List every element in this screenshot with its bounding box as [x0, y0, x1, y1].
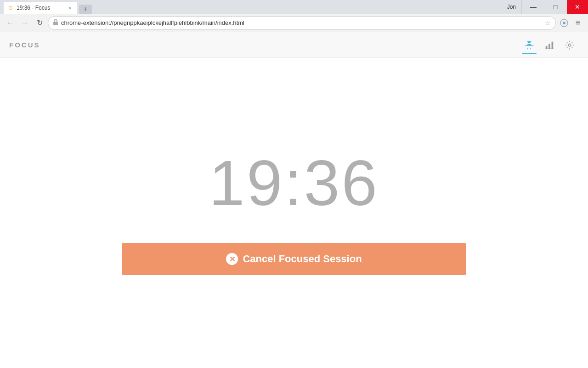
back-button[interactable]: ← — [4, 17, 17, 29]
address-lock-icon — [53, 19, 58, 27]
svg-line-7 — [527, 48, 528, 49]
back-icon: ← — [6, 19, 14, 27]
window-frame: ⊙ 19:36 - Focus × + Jon — □ ✕ ← — [0, 0, 588, 368]
nav-timer-button[interactable] — [520, 36, 538, 54]
window-controls: Jon — □ ✕ — [502, 0, 588, 14]
app-logo: FOCUS — [9, 41, 40, 49]
title-bar: ⊙ 19:36 - Focus × + Jon — □ ✕ — [0, 0, 588, 14]
svg-line-8 — [531, 48, 531, 49]
reload-button[interactable]: ↻ — [33, 17, 46, 29]
settings-nav-icon — [565, 40, 575, 50]
minimize-button[interactable]: — — [523, 0, 544, 14]
main-area: 19:36 ✕ Cancel Focused Session — [0, 58, 588, 368]
browser-tab[interactable]: ⊙ 19:36 - Focus × — [4, 2, 77, 14]
nav-extras: ≡ — [558, 17, 584, 29]
app-nav — [520, 36, 579, 54]
menu-icon: ≡ — [576, 18, 581, 28]
svg-point-4 — [527, 41, 531, 42]
bookmark-star-icon[interactable]: ☆ — [545, 19, 551, 27]
tab-favicon-icon: ⊙ — [7, 5, 14, 11]
minimize-icon: — — [530, 3, 537, 11]
timer-display: 19:36 — [209, 151, 379, 215]
new-tab-button[interactable]: + — [79, 5, 92, 14]
close-button[interactable]: ✕ — [567, 0, 588, 14]
menu-button[interactable]: ≡ — [571, 17, 584, 29]
svg-rect-11 — [552, 41, 554, 49]
browser-chrome: ← → ↻ ☆ — [0, 14, 588, 32]
maximize-button[interactable]: □ — [545, 0, 566, 14]
maximize-icon: □ — [554, 3, 557, 11]
svg-point-2 — [563, 22, 565, 24]
reload-icon: ↻ — [37, 18, 43, 27]
tab-title: 19:36 - Focus — [17, 5, 63, 11]
svg-rect-9 — [546, 46, 548, 48]
address-bar-input[interactable] — [61, 19, 542, 26]
app-header: FOCUS — [0, 32, 588, 58]
tab-close-button[interactable]: × — [66, 4, 74, 12]
forward-icon: → — [21, 19, 28, 27]
cancel-session-button[interactable]: ✕ Cancel Focused Session — [122, 243, 466, 275]
svg-rect-0 — [53, 22, 58, 25]
timer-nav-icon — [524, 40, 534, 50]
forward-button[interactable]: → — [18, 17, 31, 29]
svg-line-5 — [525, 45, 527, 46]
cancel-button-label: Cancel Focused Session — [243, 253, 362, 265]
new-tab-icon: + — [83, 5, 87, 13]
user-name-display: Jon — [502, 0, 522, 14]
stats-nav-icon — [544, 40, 554, 50]
page-content: FOCUS — [0, 32, 588, 368]
svg-point-13 — [568, 44, 571, 46]
tab-area: ⊙ 19:36 - Focus × + — [0, 0, 502, 14]
cancel-icon: ✕ — [226, 253, 238, 265]
svg-line-6 — [532, 45, 534, 46]
address-bar-container: ☆ — [48, 16, 556, 30]
nav-bar: ← → ↻ ☆ — [0, 14, 588, 32]
nav-settings-button[interactable] — [560, 36, 579, 54]
svg-rect-10 — [548, 44, 550, 49]
extensions-button[interactable] — [558, 17, 571, 29]
nav-stats-button[interactable] — [540, 36, 559, 54]
close-icon: ✕ — [575, 3, 580, 11]
